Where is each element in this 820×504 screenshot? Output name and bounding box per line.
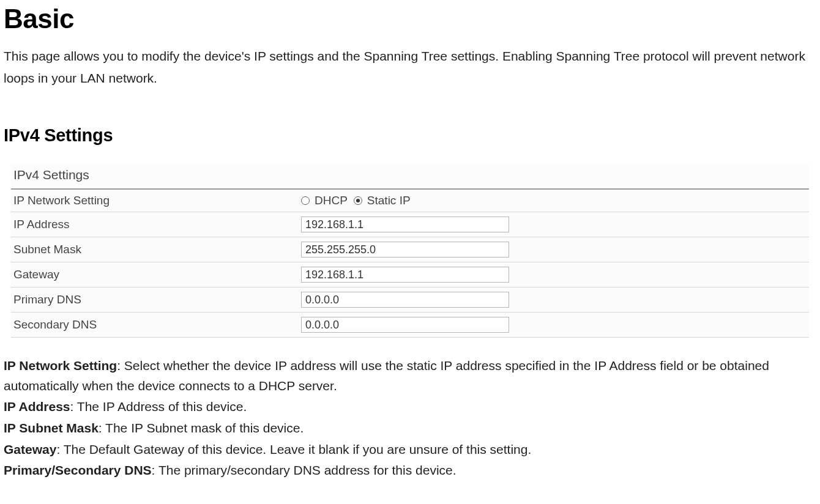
row-subnet-mask: Subnet Mask bbox=[11, 237, 809, 262]
desc-text: : The IP Address of this device. bbox=[70, 399, 247, 413]
radio-icon bbox=[354, 196, 362, 205]
row-primary-dns: Primary DNS bbox=[11, 287, 809, 313]
row-secondary-dns: Secondary DNS bbox=[11, 313, 809, 338]
desc-text: : The Default Gateway of this device. Le… bbox=[56, 442, 531, 456]
intro-text: This page allows you to modify the devic… bbox=[4, 45, 816, 89]
ipv4-settings-panel: IPv4 Settings IP Network Setting DHCP St… bbox=[11, 164, 809, 338]
row-gateway: Gateway bbox=[11, 262, 809, 287]
label-ip-network-setting: IP Network Setting bbox=[13, 194, 301, 207]
field-descriptions: IP Network Setting: Select whether the d… bbox=[4, 356, 816, 480]
label-subnet-mask: Subnet Mask bbox=[13, 243, 301, 256]
radio-icon bbox=[301, 196, 310, 205]
desc-text: : The IP Subnet mask of this device. bbox=[99, 421, 304, 435]
row-ip-network-setting: IP Network Setting DHCP Static IP bbox=[11, 190, 809, 212]
desc-term: Gateway bbox=[4, 442, 56, 456]
page-title: Basic bbox=[4, 4, 816, 34]
radio-option-static-ip[interactable]: Static IP bbox=[354, 194, 411, 207]
desc-subnet-mask: IP Subnet Mask: The IP Subnet mask of th… bbox=[4, 418, 816, 439]
label-primary-dns: Primary DNS bbox=[13, 293, 301, 306]
input-secondary-dns[interactable] bbox=[301, 317, 509, 333]
input-subnet-mask[interactable] bbox=[301, 242, 509, 258]
desc-ip-address: IP Address: The IP Address of this devic… bbox=[4, 397, 816, 417]
radio-group-ip-network: DHCP Static IP bbox=[301, 194, 411, 207]
radio-label-dhcp: DHCP bbox=[315, 194, 348, 207]
desc-term: Primary/Secondary DNS bbox=[4, 463, 152, 477]
desc-term: IP Address bbox=[4, 399, 70, 413]
radio-option-dhcp[interactable]: DHCP bbox=[301, 194, 348, 207]
label-ip-address: IP Address bbox=[13, 218, 301, 231]
desc-gateway: Gateway: The Default Gateway of this dev… bbox=[4, 440, 816, 460]
desc-term: IP Subnet Mask bbox=[4, 421, 99, 435]
input-primary-dns[interactable] bbox=[301, 292, 509, 308]
desc-term: IP Network Setting bbox=[4, 358, 117, 372]
label-gateway: Gateway bbox=[13, 268, 301, 281]
section-heading-ipv4: IPv4 Settings bbox=[4, 125, 816, 146]
desc-ip-network-setting: IP Network Setting: Select whether the d… bbox=[4, 356, 816, 396]
panel-header: IPv4 Settings bbox=[11, 164, 809, 190]
desc-text: : Select whether the device IP address w… bbox=[4, 358, 769, 393]
radio-label-static: Static IP bbox=[367, 194, 411, 207]
label-secondary-dns: Secondary DNS bbox=[13, 318, 301, 332]
input-ip-address[interactable] bbox=[301, 217, 509, 232]
input-gateway[interactable] bbox=[301, 267, 509, 283]
desc-dns: Primary/Secondary DNS: The primary/secon… bbox=[4, 461, 816, 481]
desc-text: : The primary/secondary DNS address for … bbox=[152, 463, 457, 477]
row-ip-address: IP Address bbox=[11, 212, 809, 237]
